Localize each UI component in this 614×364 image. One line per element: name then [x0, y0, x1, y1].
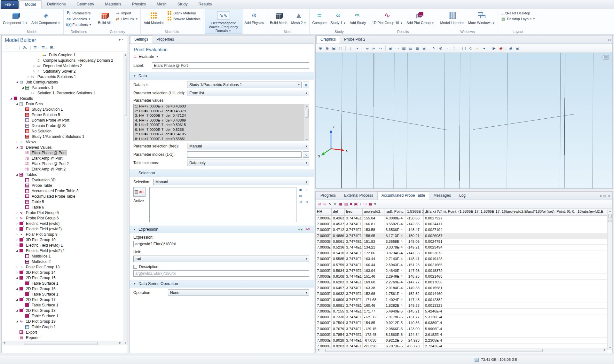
precision-icon[interactable]: ⊡ — [364, 202, 367, 206]
selection-section-header[interactable]: Selection — [130, 169, 314, 177]
xy-view-icon[interactable]: xy — [364, 45, 370, 51]
tree-item-1d-plot-group-19[interactable]: ◢∿1D Plot Group 19 — [2, 319, 128, 324]
chart-icon[interactable]: ▥ — [344, 202, 348, 206]
yz-view-icon[interactable]: yz — [371, 45, 377, 51]
table-column-header[interactable]: arg(ewfd2. — [363, 209, 384, 215]
export-image-icon[interactable]: ▦ — [401, 45, 407, 51]
tree-item-parametric-solutions-1[interactable]: ▷⊦↓Parametric Solutions 1 — [2, 74, 128, 79]
ribbon-tab-definitions[interactable]: Definitions — [42, 0, 71, 9]
tree-item-views[interactable]: ▷⊹Views — [2, 139, 128, 145]
tree-item-domain-probe-si[interactable]: Domain Probe @ Si — [2, 123, 128, 128]
zoom-out-icon[interactable]: ⊖ — [324, 45, 330, 51]
tree-item-study-1-solution-1[interactable]: Study 1/Solution 1 — [2, 107, 128, 112]
tree-item-table-6[interactable]: Table 6 — [2, 204, 128, 210]
expand-icon[interactable]: ▷ — [32, 64, 36, 67]
tree-item-table-graph-1[interactable]: Table Graph 1 — [2, 324, 128, 329]
delete-icon[interactable]: ✕ — [334, 202, 337, 206]
parameter-value-item[interactable]: 8: HH=7.0000E-7, del=0.55851 — [134, 137, 309, 141]
export-table-icon[interactable]: ↓ — [360, 202, 362, 206]
operation-combo[interactable]: None▼ — [168, 289, 309, 296]
model-tree-hscrollbar[interactable]: ◀▶ — [2, 341, 123, 345]
tab-external-process[interactable]: External Process — [340, 192, 377, 200]
expression-section-header[interactable]: ▼ Expression ＋▾ ∿▾ — [130, 226, 314, 233]
table-row[interactable]: 7.0000E-70.453793.7474E13166.813.5592E-4… — [316, 221, 607, 227]
table-row[interactable]: 7.0000E-70.610873.7474E13151.462.2946E-4… — [316, 274, 607, 280]
tree-item-electric-field-ewfd-1[interactable]: ▷Electric Field (ewfd) 1 — [2, 242, 128, 248]
print-icon[interactable]: ▤ — [408, 45, 413, 51]
collapse-icon[interactable]: ◢ — [15, 146, 19, 149]
ribbon-button-more-windows[interactable]: More Windows ▼ — [467, 10, 497, 29]
tab-accumulated-probe-table[interactable]: Accumulated Probe Table — [377, 192, 429, 200]
table-settings-icon[interactable]: ⊛ — [318, 202, 321, 206]
deselect-icon[interactable]: ⊘ — [438, 45, 444, 51]
tab-settings[interactable]: Settings — [130, 36, 152, 44]
expression-input[interactable]: arg(ewfd2.Efarx)*180/pi — [133, 241, 309, 247]
table-row[interactable]: 7.0000E-70.733043.7474E13-135.127.9178E-… — [316, 314, 607, 320]
collapse-all-icon[interactable]: ≣↑ — [34, 45, 39, 50]
tree-item-3d-plot-group-10[interactable]: ▷*3D Plot Group 10 — [2, 237, 128, 242]
tree-item-multislice-1[interactable]: Multislice 1 — [2, 253, 128, 259]
table-row[interactable]: 7.0000E-70.523603.7474E13134.213.0378E-4… — [316, 245, 607, 250]
table-menu-icon[interactable]: ▦ — [369, 202, 372, 206]
tab-log[interactable]: Log — [455, 192, 470, 200]
screenshot-icon[interactable]: ▣ — [515, 45, 520, 51]
clear-selection-icon[interactable]: ⊘ — [298, 199, 303, 204]
description-input[interactable]: arg(ewfd2.Efarx)*180/pi — [133, 270, 309, 277]
box-select-icon[interactable]: ▫ — [445, 45, 450, 51]
tree-item-probe-table[interactable]: Probe Table — [2, 183, 128, 188]
table-row[interactable]: 7.0000E-70.663233.7474E13152.681.7561E-4… — [316, 291, 607, 297]
table-row[interactable]: 7.0000E-70.575963.7474E13166.442.5943E-4… — [316, 262, 607, 268]
table-row[interactable]: 7.0000E-70.715583.7474E13171.775.4940E-5… — [316, 309, 607, 314]
add-expression-icon[interactable]: ＋▾ — [297, 227, 303, 232]
tree-item-multislice-2[interactable]: Multislice 2 — [2, 259, 128, 264]
tree-item-electric-field-ewfd-[interactable]: ▷*Electric Field (ewfd) — [2, 221, 128, 226]
ribbon-tab-mesh[interactable]: Mesh — [151, 0, 172, 9]
table-row[interactable]: 7.0000E-70.785403.7474E13-172.458.1560E-… — [316, 332, 607, 338]
expand-icon[interactable]: ▷ — [32, 70, 36, 73]
environment-icon[interactable]: ● — [481, 45, 487, 51]
table-row[interactable]: 7.0000E-70.645773.7474E13163.382.0184E-4… — [316, 285, 607, 291]
tree-item-efarx-amp-port[interactable]: 8.85e-12Efarx Amp @ Port — [2, 155, 128, 161]
ribbon-tab-physics[interactable]: Physics — [127, 0, 151, 9]
tab-progress[interactable]: Progress — [316, 192, 340, 200]
tree-item-table-5[interactable]: Table 5 — [2, 199, 128, 204]
indices-range-button[interactable]: ∿ — [303, 151, 309, 158]
unit-combo[interactable]: rad▼ — [133, 256, 309, 262]
tree-item-2d-plot-group-15[interactable]: ◢2D Plot Group 15 — [2, 275, 128, 281]
copy-selection-icon[interactable]: ▣ — [298, 187, 303, 192]
tree-item-solution-1-parametric-solutions-1[interactable]: ⊦↓Solution 1, Parametric Solutions 1 — [2, 90, 128, 96]
ribbon-tab-materials[interactable]: Materials — [99, 0, 127, 9]
tree-item-electric-field-ewfd2-[interactable]: ▷*Electric Field (ewfd2) — [2, 226, 128, 232]
tree-item-dependent-variables-2[interactable]: ▷uvwDependent Variables 2 — [2, 63, 128, 68]
zoom-selection-icon[interactable]: ⊕ — [304, 199, 309, 204]
table-icon[interactable]: ▦ — [414, 45, 420, 51]
record-icon[interactable]: ◉ — [498, 45, 504, 51]
ribbon-button-add-material[interactable]: Add Material — [142, 10, 165, 29]
ribbon-button-study-1[interactable]: ∞Study 1 ▼ — [329, 10, 347, 29]
ribbon-button-import[interactable]: ⇥Import — [114, 10, 139, 16]
ribbon-button-1d-plot-group-19[interactable]: ∿1D Plot Group 19 ▼ — [370, 10, 404, 29]
expand-icon[interactable]: ▷ — [15, 222, 19, 225]
dropdown-icon[interactable]: ▾ — [354, 45, 360, 51]
back-arrow-icon[interactable]: ← — [5, 45, 10, 50]
parameter-value-item[interactable]: 3: HH=7.0000E-7, del=0.47124 — [134, 114, 309, 118]
tree-item-derived-values[interactable]: ◢8.85e-12Derived Values — [2, 145, 128, 150]
selection-listbox[interactable] — [149, 187, 296, 222]
expand-icon[interactable]: ▷ — [15, 244, 19, 247]
tab-graphics[interactable]: Graphics — [316, 36, 340, 44]
window-icon[interactable]: ▭ — [394, 45, 400, 51]
data-series-section-header[interactable]: ▼ Data Series Operation — [130, 280, 314, 288]
dataset-combo[interactable]: Study 1/Parametric Solutions 1▼ — [187, 82, 302, 88]
dataset-plot-button[interactable]: ▦ — [303, 82, 309, 88]
tree-item-probe-solution-5[interactable]: Probe Solution 5 — [2, 112, 128, 117]
table-column-header[interactable]: del — [332, 209, 345, 215]
select-icon[interactable]: ↖ — [431, 45, 437, 51]
param-values-vscrollbar[interactable]: ▲▼ — [304, 104, 309, 141]
expand-icon[interactable]: ▷ — [27, 75, 30, 78]
tree-item-compile-equations-frequency-domain-2[interactable]: auatCompile Equations: Frequency Domain … — [2, 58, 128, 63]
table-column-header[interactable]: freq — [345, 209, 363, 215]
table-row[interactable]: 7.0000E-70.558513.7474E13163.442.7143E-4… — [316, 256, 607, 262]
copy-table-icon[interactable]: ▣ — [354, 202, 358, 206]
tree-item-fully-coupled-1[interactable]: Fully Coupled 1 — [2, 52, 128, 58]
indices-input[interactable] — [187, 151, 302, 158]
